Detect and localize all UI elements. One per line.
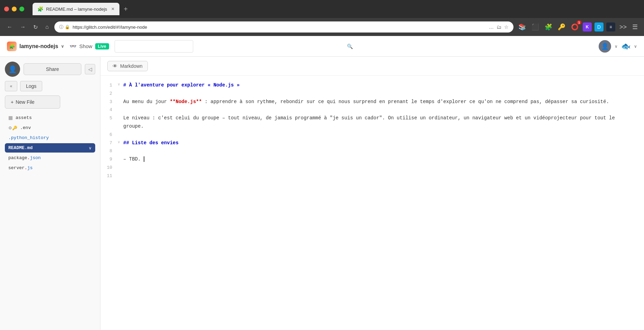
github-icon[interactable]: ⭕ 1 bbox=[570, 22, 580, 32]
address-security-icons: ⓘ 🔒 bbox=[59, 24, 70, 30]
glitch-header: 🧩 lamyne-nodejs ∨ 👓 Show Live 🔍 👤 ∨ 🐟 ∨ bbox=[0, 36, 644, 57]
code-line-8: 8 bbox=[100, 147, 644, 155]
library-icon[interactable]: 📚 bbox=[517, 22, 527, 32]
show-live-button[interactable]: 👓 Show Live bbox=[70, 43, 109, 49]
traffic-lights bbox=[4, 7, 24, 11]
sidebar-avatar[interactable]: 👤 bbox=[5, 62, 20, 77]
reader-view-icon[interactable]: ⬛ bbox=[530, 22, 540, 32]
search-container: 🔍 bbox=[115, 40, 357, 53]
project-name-button[interactable]: 🧩 lamyne-nodejs ∨ bbox=[7, 42, 64, 51]
star-icon[interactable]: ☆ bbox=[504, 24, 509, 30]
file-name-readme: README.md bbox=[8, 145, 33, 150]
code-editor[interactable]: 1 ∨ # À l'aventure pour explorer « Node.… bbox=[100, 76, 644, 330]
minimize-button[interactable] bbox=[12, 7, 17, 11]
eye-icon: 👁 bbox=[113, 63, 117, 69]
user-dropdown-icon[interactable]: ∨ bbox=[615, 44, 618, 49]
refresh-button[interactable]: ↻ bbox=[31, 22, 40, 32]
line-number-5: 5 bbox=[100, 114, 118, 122]
line-content-9: – TBD. bbox=[123, 155, 644, 164]
file-item-assets[interactable]: ▦ assets bbox=[5, 113, 95, 122]
header-right: 👤 ∨ 🐟 ∨ bbox=[599, 40, 637, 53]
file-name-package-json: package.json bbox=[8, 155, 41, 161]
new-file-icon: + bbox=[11, 99, 14, 105]
code-line-1: 1 ∨ # À l'aventure pour explorer « Node.… bbox=[100, 81, 644, 90]
line-number-6: 6 bbox=[100, 131, 118, 139]
address-bar[interactable]: ⓘ 🔒 https://glitch.com/edit/#!/lamyne-no… bbox=[54, 21, 513, 33]
line-number-1: 1 bbox=[100, 81, 118, 89]
tab-close-icon[interactable]: ✕ bbox=[111, 7, 115, 11]
title-bar: 🧩 README.md – lamyne-nodejs ✕ + bbox=[0, 0, 644, 18]
folder-icon: ▦ bbox=[8, 115, 13, 120]
more-tools-icon[interactable]: >> bbox=[618, 22, 628, 32]
editor-toolbar: 👁 Markdown bbox=[100, 57, 644, 76]
markdown-button[interactable]: 👁 Markdown bbox=[107, 61, 148, 71]
file-item-env[interactable]: ⚙🔑 .env bbox=[5, 123, 95, 132]
code-line-11: 11 bbox=[100, 172, 644, 180]
new-file-button[interactable]: + New File bbox=[5, 95, 60, 109]
menu-icon[interactable]: ☰ bbox=[631, 22, 639, 32]
tab-bar: 🧩 README.md – lamyne-nodejs ✕ + bbox=[33, 3, 131, 15]
code-line-3: 3 Au menu du jour **Node.js** : apprendr… bbox=[100, 98, 644, 106]
line-content-7: ## Liste des envies bbox=[123, 139, 644, 147]
line-number-2: 2 bbox=[100, 90, 118, 98]
new-file-label: New File bbox=[16, 99, 34, 105]
new-tab-button[interactable]: + bbox=[121, 4, 131, 15]
line-number-3: 3 bbox=[100, 98, 118, 106]
stack-icon[interactable]: ≡ bbox=[606, 22, 615, 31]
line-content-1: # À l'aventure pour explorer « Node.js » bbox=[123, 81, 644, 90]
line-content-10 bbox=[123, 164, 644, 172]
notification-badge: 1 bbox=[577, 20, 581, 25]
file-name-server-js: server.js bbox=[8, 165, 33, 171]
more-options-icon[interactable]: … bbox=[489, 24, 494, 30]
dashlane-icon[interactable]: D bbox=[594, 22, 603, 31]
home-button[interactable]: ⌂ bbox=[43, 22, 51, 31]
lock-icon: 🔒 bbox=[65, 25, 70, 29]
puzzle-icon[interactable]: 🧩 bbox=[543, 22, 554, 32]
line-content-5: Le niveau : c'est celui du groupe – tout… bbox=[123, 114, 644, 131]
editor-area: 👁 Markdown 1 ∨ # À l'aventure pour explo… bbox=[100, 57, 644, 330]
markdown-label: Markdown bbox=[120, 63, 143, 69]
close-button[interactable] bbox=[4, 7, 9, 11]
fold-7[interactable]: ∨ bbox=[118, 139, 123, 146]
file-name-python-history: .python_history bbox=[8, 135, 49, 140]
file-chevron-icon: ∨ bbox=[89, 146, 92, 150]
fold-1[interactable]: ∨ bbox=[118, 81, 123, 88]
file-item-readme[interactable]: README.md ∨ bbox=[5, 143, 95, 153]
user-avatar[interactable]: 👤 bbox=[599, 40, 611, 53]
file-list: ▦ assets ⚙🔑 .env .python_history README.… bbox=[5, 113, 95, 173]
line-content-11 bbox=[123, 172, 644, 180]
password-icon[interactable]: 🔑 bbox=[556, 22, 567, 32]
maximize-button[interactable] bbox=[19, 7, 24, 11]
collapse-icon: ◁ bbox=[88, 66, 92, 72]
live-badge: Live bbox=[95, 43, 109, 49]
fish-dropdown-icon[interactable]: ∨ bbox=[634, 44, 637, 49]
forward-button[interactable]: → bbox=[18, 22, 28, 31]
back-button[interactable]: ← bbox=[5, 22, 15, 31]
tab-title: README.md – lamyne-nodejs bbox=[46, 7, 107, 12]
tab-favicon-icon: 🧩 bbox=[37, 6, 43, 12]
code-line-7: 7 ∨ ## Liste des envies bbox=[100, 139, 644, 147]
sidebar: 👤 Share ◁ « Logs + New File ▦ bbox=[0, 57, 100, 330]
file-item-server-js[interactable]: server.js bbox=[5, 163, 95, 173]
search-icon: 🔍 bbox=[347, 44, 353, 49]
address-action-icons: … 🗂 ☆ bbox=[489, 24, 509, 30]
bookmark-pocket-icon[interactable]: 🗂 bbox=[497, 24, 501, 30]
line-content-2 bbox=[123, 90, 644, 98]
lastpass-icon[interactable]: K bbox=[583, 22, 592, 31]
glasses-icon: 👓 bbox=[70, 43, 77, 49]
logs-back-button[interactable]: « bbox=[5, 81, 17, 91]
line-content-8 bbox=[123, 147, 644, 155]
file-item-package-json[interactable]: package.json bbox=[5, 153, 95, 163]
file-name-assets: assets bbox=[16, 115, 32, 120]
fish-icon[interactable]: 🐟 bbox=[621, 42, 630, 51]
line-content-6 bbox=[123, 131, 644, 139]
logs-button[interactable]: Logs bbox=[20, 81, 42, 91]
logs-row: « Logs bbox=[5, 81, 95, 91]
search-input[interactable] bbox=[115, 40, 193, 53]
share-button[interactable]: Share bbox=[24, 63, 81, 75]
collapse-button[interactable]: ◁ bbox=[85, 64, 95, 74]
file-item-python-history[interactable]: .python_history bbox=[5, 133, 95, 143]
active-tab[interactable]: 🧩 README.md – lamyne-nodejs ✕ bbox=[33, 3, 119, 15]
show-label: Show bbox=[79, 43, 92, 49]
code-line-6: 6 bbox=[100, 131, 644, 139]
